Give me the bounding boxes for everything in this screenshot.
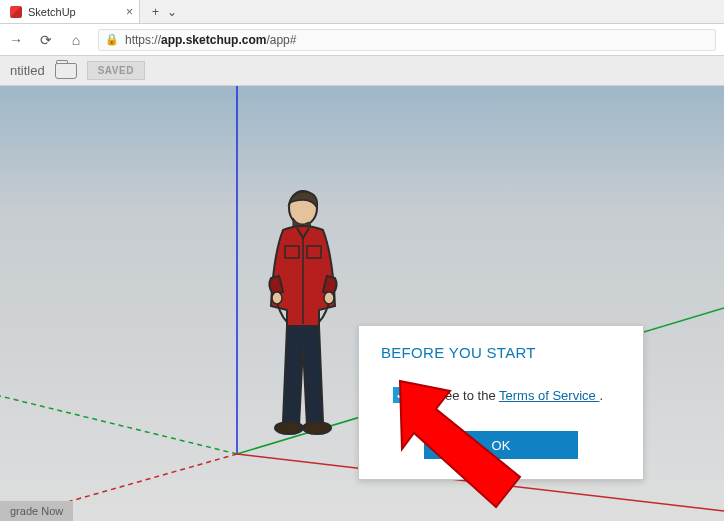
agree-text: I agree to the Terms of Service . <box>419 388 603 403</box>
scale-figure <box>253 186 353 436</box>
axis-green-dashed <box>0 396 237 454</box>
agree-checkbox[interactable]: ✓ <box>393 387 409 403</box>
ok-button[interactable]: OK <box>424 431 578 459</box>
dialog-title: BEFORE YOU START <box>381 344 621 361</box>
address-bar: → ⟳ ⌂ 🔒 https://app.sketchup.com/app# <box>0 24 724 56</box>
document-title: ntitled <box>10 63 45 78</box>
tab-title: SketchUp <box>28 6 76 18</box>
modeling-canvas[interactable]: BEFORE YOU START ✓ I agree to the Terms … <box>0 86 724 521</box>
saved-badge: SAVED <box>87 61 145 80</box>
upgrade-now-button[interactable]: grade Now <box>0 501 73 521</box>
browser-tab-strip: SketchUp × + ⌄ <box>0 0 724 24</box>
folder-icon[interactable] <box>55 63 77 79</box>
agree-row: ✓ I agree to the Terms of Service . <box>393 387 621 403</box>
nav-forward-icon[interactable]: → <box>8 32 24 48</box>
sketchup-favicon <box>10 6 22 18</box>
nav-refresh-icon[interactable]: ⟳ <box>38 32 54 48</box>
nav-home-icon[interactable]: ⌂ <box>68 32 84 48</box>
svg-point-7 <box>303 422 331 434</box>
tab-actions: + ⌄ <box>144 5 185 19</box>
lock-icon: 🔒 <box>105 33 119 46</box>
svg-point-6 <box>275 422 303 434</box>
url-text: https://app.sketchup.com/app# <box>125 33 296 47</box>
browser-tab[interactable]: SketchUp × <box>0 0 140 23</box>
svg-point-5 <box>324 292 334 304</box>
tos-link[interactable]: Terms of Service <box>499 388 599 403</box>
tab-overflow-icon[interactable]: ⌄ <box>167 5 177 19</box>
svg-point-4 <box>272 292 282 304</box>
app-header: ntitled SAVED <box>0 56 724 86</box>
before-you-start-dialog: BEFORE YOU START ✓ I agree to the Terms … <box>358 325 644 480</box>
close-tab-icon[interactable]: × <box>126 5 133 19</box>
new-tab-button[interactable]: + <box>152 5 159 19</box>
url-input[interactable]: 🔒 https://app.sketchup.com/app# <box>98 29 716 51</box>
